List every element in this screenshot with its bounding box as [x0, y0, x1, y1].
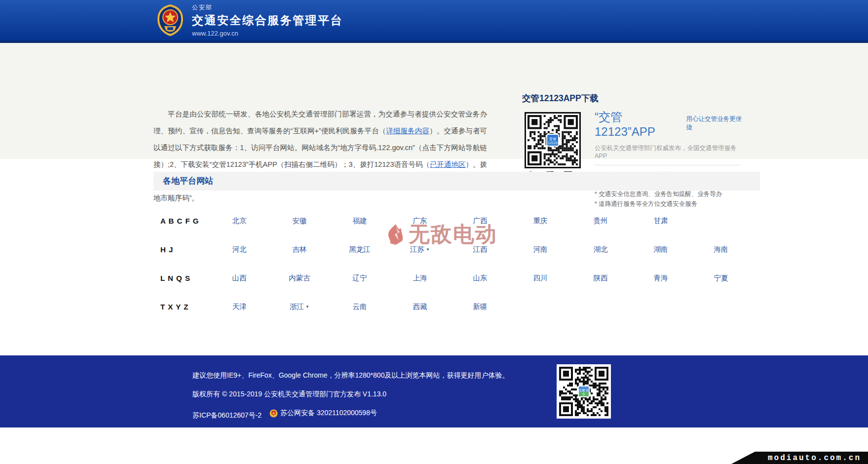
- province-link[interactable]: 青海: [654, 274, 668, 282]
- province-link[interactable]: 黑龙江: [349, 245, 371, 253]
- province-link[interactable]: 宁夏: [714, 274, 728, 282]
- province-cell: 辽宁: [330, 273, 390, 283]
- province-link[interactable]: 天津: [232, 303, 247, 310]
- province-cell: 福建: [330, 216, 390, 226]
- chevron-down-icon: ▼: [305, 305, 309, 309]
- page: 公安部 交通安全综合服务管理平台 www.122.gov.cn 平台是由公安部统…: [0, 0, 868, 464]
- app-tagline[interactable]: 用心让交管业务更便捷: [686, 115, 743, 132]
- province-link[interactable]: 重庆: [533, 217, 548, 225]
- browser-advice-line: 建议您使用IE9+、FireFox、Google Chrome，分辨率1280*…: [192, 371, 509, 380]
- province-link[interactable]: 吉林: [293, 245, 307, 253]
- watermark: 无敌电动: [386, 220, 497, 249]
- letter-group: L N Q S: [153, 274, 209, 282]
- province-link[interactable]: 贵州: [594, 217, 608, 225]
- watermark-text: 无敌电动: [409, 220, 497, 249]
- platform-intro-paragraph: 平台是由公安部统一研发、各地公安机关交通管理部门部署运营，为交通参与者提供公安交…: [153, 106, 487, 206]
- site-url: www.122.gov.cn: [192, 30, 343, 37]
- province-cell: 天津: [209, 302, 269, 311]
- province-link[interactable]: 四川: [533, 274, 548, 282]
- hero-section: 平台是由公安部统一研发、各地公安机关交通管理部门部署运营，为交通参与者提供公安交…: [0, 43, 868, 159]
- province-cell: 西藏: [390, 302, 450, 311]
- province-cell: 河北: [209, 245, 269, 254]
- app-subtitle: 公安机关交通管理部门权威发布，全国交通管理服务APP: [595, 144, 740, 165]
- province-cell: 湖北: [570, 245, 631, 254]
- police-emblem-icon: [154, 3, 186, 37]
- letter-group: A B C F G: [153, 217, 209, 225]
- province-link[interactable]: 内蒙古: [289, 274, 310, 282]
- province-cell: 海南: [691, 245, 751, 254]
- province-row: L N Q S山西内蒙古辽宁上海山东四川陕西青海宁夏: [153, 264, 760, 292]
- province-cell: 北京: [209, 216, 269, 226]
- brand-ministry: 公安部: [192, 3, 343, 12]
- province-link[interactable]: 云南: [353, 303, 367, 310]
- province-link[interactable]: 浙江: [290, 303, 304, 310]
- province-link[interactable]: 湖南: [654, 245, 668, 253]
- detail-services-link[interactable]: 详细服务内容: [386, 127, 429, 135]
- app-feature-line: * 交通安全信息查询、业务告知提醒、业务导办: [595, 190, 743, 199]
- province-cell: 吉林: [269, 245, 330, 254]
- province-link[interactable]: 安徽: [293, 217, 307, 225]
- province-link[interactable]: 河北: [232, 245, 247, 253]
- province-cell: 甘肃: [631, 216, 691, 226]
- province-cell: 浙江▼: [269, 302, 330, 311]
- icp-link[interactable]: 苏ICP备06012607号-2: [192, 411, 262, 419]
- province-link[interactable]: 北京: [232, 217, 247, 225]
- province-cell: 安徽: [269, 216, 330, 226]
- province-link[interactable]: 福建: [353, 217, 367, 225]
- sites-section-bar: 各地平台网站: [153, 172, 760, 191]
- footer: 建议您使用IE9+、FireFox、Google Chrome，分辨率1280*…: [0, 355, 868, 427]
- province-cell: 重庆: [510, 216, 570, 226]
- letter-group: H J: [153, 245, 209, 254]
- site-title: 交通安全综合服务管理平台: [192, 13, 343, 28]
- province-link[interactable]: 上海: [413, 274, 427, 282]
- province-cell: 湖南: [631, 245, 691, 254]
- province-link[interactable]: 湖北: [594, 245, 608, 253]
- app-title: “交管12123”APP: [595, 109, 676, 139]
- brand[interactable]: 公安部 交通安全综合服务管理平台 www.122.gov.cn: [154, 3, 343, 37]
- province-link[interactable]: 新疆: [473, 303, 488, 310]
- province-cell: 四川: [510, 273, 570, 283]
- letter-group: T X Y Z: [153, 303, 209, 311]
- province-link[interactable]: 甘肃: [654, 217, 668, 225]
- watermark-flame-icon: [386, 224, 406, 245]
- app-qr-code: 交管 12123: [525, 112, 581, 168]
- footer-lines: 建议您使用IE9+、FireFox、Google Chrome，分辨率1280*…: [192, 371, 509, 430]
- header: 公安部 交通安全综合服务管理平台 www.122.gov.cn: [0, 0, 868, 43]
- psb-link[interactable]: 苏公网安备 32021102000598号: [280, 409, 377, 418]
- province-cell: 黑龙江: [330, 245, 390, 254]
- province-link[interactable]: 河南: [533, 245, 548, 253]
- province-link[interactable]: 西藏: [413, 303, 427, 310]
- province-cell: 河南: [510, 245, 570, 254]
- province-cell: 陕西: [570, 273, 631, 283]
- province-cell: 青海: [631, 273, 691, 283]
- province-cell: 云南: [330, 302, 390, 311]
- brand-text: 公安部 交通安全综合服务管理平台 www.122.gov.cn: [192, 3, 343, 37]
- province-cell: 新疆: [450, 302, 510, 311]
- footer-qr-code: 交通 安全: [557, 364, 611, 419]
- province-cell: 宁夏: [691, 273, 751, 283]
- province-link[interactable]: 陕西: [594, 274, 608, 282]
- province-link[interactable]: 山西: [232, 274, 247, 282]
- corner-watermark-bar: modiauto.com.cn: [755, 452, 868, 464]
- province-link[interactable]: 辽宁: [353, 274, 367, 282]
- app-download-heading: 交管12123APP下载: [522, 92, 599, 104]
- province-row: T X Y Z天津浙江▼云南西藏新疆: [153, 292, 760, 321]
- province-cell: 贵州: [570, 216, 631, 226]
- corner-watermark-text: modiauto.com.cn: [768, 454, 861, 463]
- province-cell: 内蒙古: [269, 273, 330, 283]
- province-cell: 上海: [390, 273, 450, 283]
- app-info: “交管12123”APP 用心让交管业务更便捷 公安机关交通管理部门权威发布，全…: [595, 109, 743, 209]
- province-link[interactable]: 山东: [473, 274, 488, 282]
- qr-center-logo: 交管 12123: [546, 134, 559, 147]
- opened-regions-link[interactable]: 已开通地区: [430, 160, 466, 168]
- province-cell: 山东: [450, 273, 510, 283]
- copyright-line: 版权所有 © 2015-2019 公安机关交通管理部门官方发布 V1.13.0: [192, 390, 509, 399]
- province-link[interactable]: 海南: [714, 245, 728, 253]
- psb-badge-icon: [269, 409, 278, 418]
- sites-section-title: 各地平台网站: [153, 172, 760, 191]
- icp-line: 苏ICP备06012607号-2苏公网安备 32021102000598号: [192, 409, 509, 420]
- footer-qr-center-logo: 交通 安全: [578, 386, 590, 397]
- province-cell: 山西: [209, 273, 269, 283]
